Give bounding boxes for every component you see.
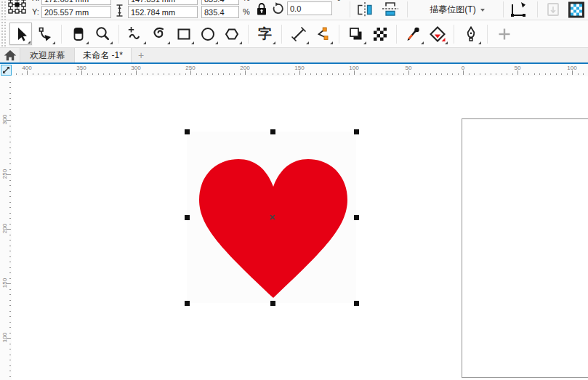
ruler-minor-tick — [9, 126, 11, 126]
toolbox-separator — [454, 25, 454, 44]
coreldraw-window: X: Y: % % — [0, 0, 588, 380]
selection-handle[interactable] — [185, 129, 190, 134]
object-position-anchor-icon[interactable] — [8, 0, 26, 17]
ruler-v-label: 100 — [1, 329, 8, 347]
tab-untitled-document[interactable]: 未命名 -1* — [75, 48, 132, 62]
ruler-minor-tick — [9, 376, 11, 377]
ruler-minor-tick — [87, 73, 88, 75]
ruler-vertical[interactable]: 300250200150100 — [0, 76, 12, 380]
ruler-minor-tick — [22, 73, 23, 75]
selection-handle[interactable] — [270, 129, 275, 134]
ruler-minor-tick — [556, 73, 557, 75]
trace-bitmap-button[interactable]: 描摹位图(T) — [414, 0, 500, 20]
outline-pen-tool[interactable] — [459, 23, 482, 45]
bitmap-mask-icon[interactable] — [567, 1, 586, 19]
ruler-minor-tick — [9, 104, 11, 105]
scale-horizontal-field[interactable] — [201, 0, 239, 5]
ruler-minor-tick — [16, 73, 17, 75]
ruler-minor-tick — [9, 316, 11, 317]
selection-handle[interactable] — [270, 301, 275, 306]
toolbox-grip[interactable] — [0, 20, 6, 47]
ruler-minor-tick — [321, 73, 322, 75]
toolbar-grip[interactable] — [0, 0, 6, 20]
drawing-canvas[interactable] — [12, 76, 588, 380]
ruler-minor-tick — [289, 73, 289, 75]
ruler-minor-tick — [9, 158, 11, 159]
ruler-minor-tick — [185, 73, 186, 75]
x-position-field[interactable] — [41, 0, 111, 5]
ruler-minor-tick — [9, 371, 11, 371]
selection-handle[interactable] — [354, 215, 359, 220]
ruler-minor-tick — [9, 163, 11, 164]
scale-vertical-field[interactable] — [201, 6, 239, 18]
ruler-minor-tick — [9, 333, 11, 333]
new-tab-button[interactable]: + — [132, 48, 150, 62]
ruler-minor-tick — [164, 73, 164, 75]
selection-handle[interactable] — [185, 215, 190, 220]
ruler-minor-tick — [332, 73, 333, 75]
text-tool[interactable]: 字 — [254, 23, 276, 45]
heart-object[interactable] — [193, 155, 353, 300]
ruler-minor-tick — [9, 272, 11, 273]
ruler-minor-tick — [229, 73, 230, 75]
ruler-minor-tick — [567, 73, 568, 75]
eraser-tool[interactable] — [67, 23, 89, 45]
separator — [503, 1, 504, 17]
selection-handle[interactable] — [185, 301, 190, 306]
rectangle-tool[interactable] — [172, 23, 195, 45]
ruler-minor-tick — [114, 73, 115, 75]
edit-bitmap-icon[interactable] — [508, 1, 528, 19]
shape-tool[interactable] — [33, 23, 56, 45]
pick-tool[interactable] — [9, 23, 32, 45]
plus-icon: + — [138, 49, 144, 61]
object-width-field[interactable] — [128, 0, 198, 5]
tab-welcome-screen[interactable]: 欢迎屏幕 — [20, 48, 75, 62]
ruler-minor-tick — [49, 73, 49, 75]
degree-symbol: ° — [337, 0, 341, 9]
flip-vertical-icon[interactable] — [380, 1, 400, 19]
ruler-minor-tick — [9, 169, 11, 170]
percent-label-bottom: % — [243, 7, 250, 16]
y-position-field[interactable] — [41, 6, 111, 18]
add-tool[interactable] — [493, 23, 515, 45]
ruler-minor-tick — [349, 73, 350, 75]
ruler-minor-tick — [403, 73, 404, 75]
flip-horizontal-icon[interactable] — [355, 1, 375, 19]
selection-handle[interactable] — [354, 301, 359, 306]
lock-ratio-icon[interactable] — [254, 1, 270, 18]
ruler-minor-tick — [9, 278, 11, 279]
ruler-minor-tick — [44, 73, 44, 75]
ruler-horizontal[interactable]: 40035030025020015010050050100 — [12, 64, 588, 76]
toolbox: 字 — [0, 20, 588, 48]
dimension-tool[interactable] — [287, 23, 310, 45]
heart-shape[interactable] — [199, 159, 347, 298]
zoom-tool[interactable] — [91, 23, 113, 45]
ruler-minor-tick — [528, 73, 529, 75]
ruler-minor-tick — [310, 73, 311, 75]
ruler-minor-tick — [502, 73, 502, 75]
eyedropper-tool[interactable] — [402, 23, 424, 45]
object-height-field[interactable] — [128, 6, 198, 18]
freehand-tool[interactable] — [124, 23, 147, 45]
rotation-angle-field[interactable] — [287, 1, 332, 15]
home-icon[interactable] — [0, 48, 20, 62]
polygon-tool[interactable] — [220, 23, 243, 45]
ruler-minor-tick — [9, 251, 11, 251]
trace-bitmap-label: 描摹位图(T) — [430, 4, 475, 16]
ruler-origin-icon[interactable] — [1, 65, 12, 76]
connector-tool[interactable] — [311, 23, 334, 45]
curve-tool[interactable] — [148, 23, 171, 45]
ruler-minor-tick — [251, 73, 251, 75]
toolbox-separator — [248, 25, 249, 44]
ruler-minor-tick — [545, 73, 546, 75]
interactive-fill-tool[interactable] — [426, 23, 448, 45]
ruler-minor-tick — [512, 73, 513, 75]
drop-shadow-tool[interactable] — [345, 23, 367, 45]
ellipse-tool[interactable] — [196, 23, 219, 45]
ruler-minor-tick — [371, 73, 371, 75]
transparency-tool[interactable] — [368, 23, 391, 45]
ruler-minor-tick — [103, 73, 104, 75]
ruler-minor-tick — [578, 73, 579, 75]
object-center-marker[interactable] — [270, 214, 275, 220]
selection-handle[interactable] — [354, 129, 359, 134]
